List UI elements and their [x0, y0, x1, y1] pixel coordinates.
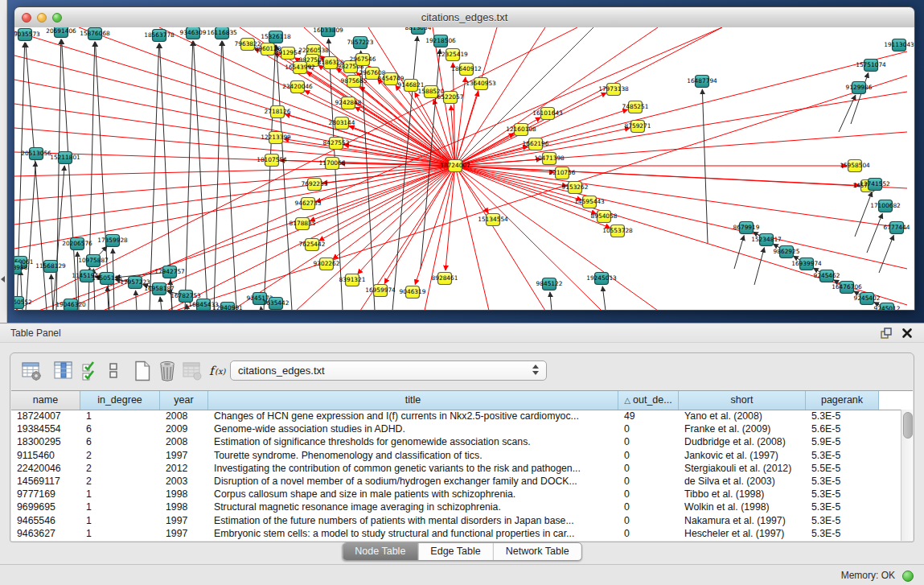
cell-year[interactable]: 2012: [160, 462, 208, 475]
cell-pagerank[interactable]: 5.3E-5: [806, 488, 879, 501]
network-node[interactable]: 16116835: [207, 27, 237, 39]
network-node[interactable]: 15326118: [261, 31, 291, 43]
network-node[interactable]: 7692233: [302, 179, 328, 191]
delete-table-icon[interactable]: [156, 360, 179, 382]
network-node[interactable]: 8928461: [432, 273, 458, 285]
cell-in_degree[interactable]: 1: [80, 514, 160, 527]
network-node[interactable]: 7485251: [622, 101, 649, 113]
cell-name[interactable]: 14569117: [11, 475, 80, 488]
table-row[interactable]: 946554611997Estimation of the future num…: [11, 514, 901, 527]
network-node[interactable]: 7635442: [263, 298, 290, 310]
network-node[interactable]: 2718126: [265, 106, 291, 118]
cell-in_degree[interactable]: 1: [80, 488, 160, 501]
table-row[interactable]: 1938455462009Genome-wide association stu…: [11, 422, 901, 435]
table-row[interactable]: 1872400712008Changes of HCN gene express…: [11, 410, 901, 422]
network-node[interactable]: 14595443: [574, 196, 605, 208]
cell-name[interactable]: 9777169: [11, 488, 80, 501]
network-node[interactable]: 17973138: [598, 84, 629, 96]
cell-name[interactable]: 18724007: [11, 410, 80, 422]
float-icon[interactable]: [881, 328, 892, 339]
cell-year[interactable]: 1997: [160, 449, 208, 462]
network-node[interactable]: 23420046: [282, 81, 313, 93]
table-row[interactable]: 1830029562008Estimation of significance …: [11, 435, 901, 448]
cell-out_de[interactable]: 49: [618, 410, 679, 422]
cell-pagerank[interactable]: 5.3E-5: [806, 514, 879, 527]
cell-in_degree[interactable]: 1: [80, 501, 160, 513]
cell-name[interactable]: 18300295: [11, 435, 80, 448]
cell-year[interactable]: 2008: [160, 435, 208, 448]
window-titlebar[interactable]: citations_edges.txt: [14, 7, 914, 28]
cell-pagerank[interactable]: 5.3E-5: [806, 410, 879, 422]
network-node[interactable]: 17100682: [870, 200, 901, 212]
network-node[interactable]: 7625442: [299, 239, 326, 251]
network-node[interactable]: 25260552: [14, 297, 32, 309]
network-node[interactable]: 12325419: [437, 49, 468, 61]
network-node[interactable]: 1170066: [319, 158, 346, 170]
network-node[interactable]: 15876068: [80, 28, 110, 40]
cell-title[interactable]: Investigating the contribution of common…: [208, 462, 618, 475]
network-node[interactable]: 16476706: [832, 282, 862, 294]
column-header-name[interactable]: name: [11, 391, 80, 410]
network-node[interactable]: 18563778: [144, 30, 175, 42]
network-node[interactable]: 8391321: [339, 274, 366, 286]
cell-pagerank[interactable]: 5.3E-5: [806, 449, 879, 462]
table-selector-dropdown[interactable]: citations_edges.txt: [230, 360, 547, 381]
network-node[interactable]: 18640912: [451, 64, 482, 76]
network-node[interactable]: 9346309: [180, 27, 207, 39]
cell-out_de[interactable]: 0: [618, 422, 679, 435]
new-table-icon[interactable]: [131, 360, 154, 382]
network-node[interactable]: 19218506: [425, 35, 456, 47]
column-header-out_de[interactable]: △out_de...: [618, 391, 679, 410]
cell-short[interactable]: Hescheler et al. (1997): [679, 527, 806, 540]
network-node[interactable]: 9845122: [536, 278, 563, 290]
network-node[interactable]: 8679919: [733, 222, 760, 234]
network-node[interactable]: 16959974: [365, 285, 396, 297]
network-node[interactable]: 19113043: [884, 39, 914, 51]
cell-pagerank[interactable]: 5.3E-5: [806, 501, 879, 513]
network-node[interactable]: 8954058: [591, 211, 618, 223]
table-row[interactable]: 2242004622012Investigating the contribut…: [11, 462, 901, 475]
cell-out_de[interactable]: 0: [618, 462, 679, 475]
network-node[interactable]: 18107554: [257, 154, 287, 167]
network-node[interactable]: 17942757: [154, 266, 185, 278]
network-node[interactable]: 9245462: [814, 270, 840, 282]
cell-out_de[interactable]: 0: [618, 527, 679, 540]
network-canvas[interactable]: 7963822896012889129542226053898275051654…: [14, 27, 914, 310]
table-row[interactable]: 977716911998Corpus callosum shape and si…: [11, 488, 901, 501]
network-node[interactable]: 6777444: [884, 222, 910, 234]
column-header-year[interactable]: year: [160, 391, 208, 410]
network-node[interactable]: 10471398: [534, 153, 565, 165]
cell-name[interactable]: 19384554: [11, 422, 80, 435]
cell-name[interactable]: 9699695: [11, 501, 80, 513]
tab-node-table[interactable]: Node Table: [343, 543, 417, 560]
table-row[interactable]: 969969511998Structural magnetic resonanc…: [11, 501, 901, 513]
cell-title[interactable]: Disruption of a novel member of a sodium…: [208, 475, 618, 488]
network-node[interactable]: 9046319: [400, 286, 426, 299]
cell-pagerank[interactable]: 5.9E-5: [806, 435, 879, 448]
cell-year[interactable]: 2009: [160, 422, 208, 435]
network-node[interactable]: 11568129: [35, 261, 66, 273]
network-node[interactable]: 9245402: [854, 293, 881, 305]
network-node[interactable]: 7857223: [347, 37, 374, 49]
merge-rows-icon[interactable]: [107, 360, 120, 382]
cell-title[interactable]: Structural magnetic resonance image aver…: [208, 501, 618, 513]
cell-name[interactable]: 9463627: [11, 527, 80, 540]
cell-year[interactable]: 2003: [160, 475, 208, 488]
network-node[interactable]: 8178835: [290, 218, 316, 230]
network-node[interactable]: 20691406: [46, 27, 76, 38]
cell-title[interactable]: Changes of HCN gene expression and I(f) …: [208, 410, 618, 422]
cell-short[interactable]: Tibbo et al. (1998): [679, 488, 806, 501]
select-rows-icon[interactable]: [81, 360, 99, 382]
network-node[interactable]: 16939974: [791, 258, 822, 270]
cell-title[interactable]: Embryonic stem cells: a model to study s…: [208, 527, 618, 540]
network-node[interactable]: 15134554: [478, 214, 508, 226]
table-row[interactable]: 1456911722003Disruption of a novel membe…: [11, 475, 901, 488]
cell-in_degree[interactable]: 6: [80, 422, 160, 435]
cell-year[interactable]: 1998: [160, 501, 208, 513]
network-node[interactable]: 19245013: [586, 273, 617, 285]
cell-name[interactable]: 9115460: [11, 449, 80, 462]
network-node[interactable]: 9153262: [562, 182, 589, 194]
cell-title[interactable]: Tourette syndrome. Phenomenology and cla…: [208, 449, 618, 462]
cell-pagerank[interactable]: 5.3E-5: [806, 527, 879, 540]
cell-short[interactable]: Stergiakouli et al. (2012): [679, 462, 806, 475]
